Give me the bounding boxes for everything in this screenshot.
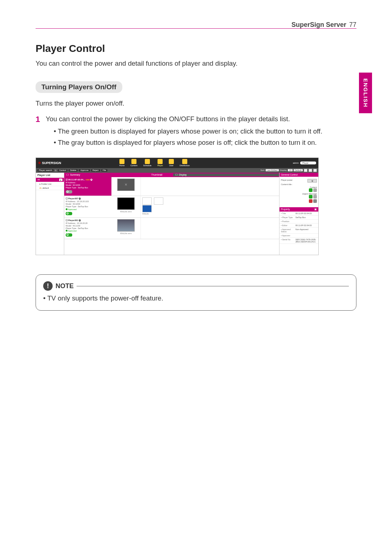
thumbnail-image — [117, 219, 135, 232]
power-toggle[interactable] — [66, 190, 72, 193]
nav-content[interactable]: Content — [130, 159, 137, 167]
property-head: Property▣ — [279, 207, 318, 212]
header-label: SuperSign Server — [291, 21, 346, 29]
player-list-sidebar: Player List All▸ ▸ Folder List 🗀 default — [36, 173, 64, 255]
display-count[interactable]: 10 — [288, 169, 293, 171]
note-icon: ! — [43, 281, 53, 291]
step-text: You can control the power by clicking th… — [46, 115, 356, 124]
refresh-icon[interactable]: ↻ — [55, 169, 57, 172]
expand-icon[interactable]: ▸ — [59, 179, 62, 181]
nav-user[interactable]: User — [169, 159, 174, 167]
view-list-icon[interactable] — [304, 169, 307, 172]
toolbar: Player search ↻ Control Delete Approve R… — [36, 168, 318, 173]
main-nav: Home Content Schedule Player User Distri… — [119, 159, 190, 167]
bullet-list: The green button is displayed for player… — [54, 127, 356, 147]
folder-icon: 🗀 — [40, 187, 42, 189]
display-label: Display — [280, 169, 287, 171]
search-scope[interactable]: Player — [300, 162, 316, 164]
header-rule — [36, 28, 356, 29]
right-panel: General Control Player power⏻ Content ti… — [279, 173, 318, 255]
bullet-item: The green button is displayed for player… — [54, 127, 356, 136]
language-tab: ENGLISH — [359, 73, 372, 113]
action-icon[interactable] — [313, 199, 317, 203]
player-row[interactable]: ☑ 00:11:0F:02:04... new ⏻ IP Address : M… — [64, 177, 279, 196]
content-icon — [131, 159, 136, 164]
nav-home[interactable]: Home — [119, 159, 125, 167]
delete-button[interactable]: Delete — [69, 169, 78, 172]
default-select[interactable]: Default — [294, 169, 303, 171]
player-list-title: Player List — [36, 173, 64, 178]
thumbnail-placeholder — [117, 179, 135, 191]
sort-label: Sort — [261, 169, 265, 171]
content-on-icon[interactable] — [309, 188, 313, 192]
sort-select[interactable]: Last Edited — [266, 169, 279, 171]
admin-label: admin — [293, 162, 299, 164]
distribution-icon — [182, 159, 187, 164]
general-control-head: General Control — [279, 173, 318, 177]
action-icon[interactable] — [309, 199, 313, 203]
power-toggle[interactable] — [66, 212, 72, 215]
note-label: NOTE — [56, 282, 74, 290]
step-number: 1 — [36, 115, 46, 124]
col-display: Display — [179, 173, 187, 176]
thumbnail-image — [117, 197, 135, 210]
reject-button[interactable]: Reject — [91, 169, 100, 172]
player-power-toggle[interactable]: ⏻ — [307, 179, 317, 183]
player-main: ☐Summary Thumbnail ☐Display ☑ 00:11:0F:0… — [64, 173, 279, 255]
player-search[interactable]: Player search — [37, 169, 54, 172]
page-header: SuperSign Server 77 — [291, 21, 356, 29]
display-thumb-active — [142, 205, 152, 212]
step-row: 1 You can control the power by clicking … — [36, 115, 356, 124]
power-toggle[interactable] — [66, 233, 72, 237]
schedule-icon — [145, 159, 150, 164]
note-rule — [77, 286, 349, 286]
sidebar-all[interactable]: All▸ — [36, 178, 64, 182]
user-icon — [169, 159, 174, 164]
page-number: 77 — [349, 21, 356, 29]
note-text: • TV only supports the power-off feature… — [43, 294, 349, 302]
section-heading: Turning Players On/Off — [36, 81, 122, 93]
expand-property-icon[interactable]: ▣ — [314, 208, 317, 211]
file-button[interactable]: File — [101, 169, 108, 172]
control-button[interactable]: Control — [58, 169, 68, 172]
intro-text: You can control the power and detail fun… — [36, 60, 356, 68]
view-detail-icon[interactable] — [309, 169, 312, 172]
col-summary: Summary — [70, 173, 80, 176]
nav-player[interactable]: Player — [157, 159, 163, 167]
player-row[interactable]: ☐ Player007 ⏻ IP Address : 10.19.20.103 … — [64, 196, 279, 218]
home-icon — [119, 159, 124, 164]
app-header: ✲ SUPERSIGN Home Content Schedule Player… — [36, 158, 318, 168]
app-logo: ✲ SUPERSIGN — [38, 161, 61, 165]
display-thumb — [142, 197, 152, 205]
nav-distribution[interactable]: Distribution — [180, 159, 190, 167]
content-off-icon[interactable] — [313, 188, 317, 192]
sidebar-folder-list: ▸ Folder List — [36, 182, 64, 186]
col-thumbnail: Thumbnail — [140, 173, 173, 176]
urgent-off-icon[interactable] — [313, 195, 317, 199]
view-grid-icon[interactable] — [313, 169, 317, 172]
player-row[interactable]: ☐ Player001 ⏻ IP Address : 10.19.20.20 M… — [64, 218, 279, 240]
column-headers: ☐Summary Thumbnail ☐Display — [64, 173, 279, 177]
player-icon — [158, 159, 163, 164]
note-box: ! NOTE • TV only supports the power-off … — [36, 274, 356, 311]
header-right: admin Player — [293, 162, 316, 164]
nav-schedule[interactable]: Schedule — [143, 159, 151, 167]
approve-button[interactable]: Approve — [79, 169, 90, 172]
urgent-on-icon[interactable] — [309, 195, 313, 199]
section-subtext: Turns the player power on/off. — [36, 99, 356, 107]
app-screenshot: ✲ SUPERSIGN Home Content Schedule Player… — [36, 158, 319, 255]
display-thumb — [154, 197, 163, 205]
sidebar-default-folder[interactable]: 🗀 default — [36, 186, 64, 190]
page-title: Player Control — [36, 43, 356, 54]
bullet-item: The gray button is displayed for players… — [54, 138, 356, 147]
